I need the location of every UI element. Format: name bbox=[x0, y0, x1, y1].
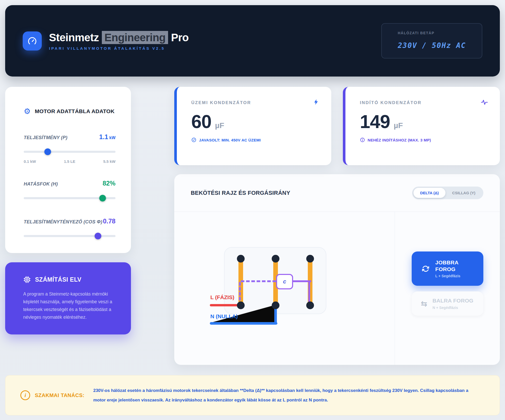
capacitor-symbol: c bbox=[276, 274, 293, 289]
run-capacitor-value-row: 60 µF bbox=[191, 111, 319, 132]
efficiency-slider-thumb[interactable] bbox=[99, 195, 106, 201]
capacitor-cards: ÜZEMI KONDENZÁTOR 60 µF bbox=[174, 87, 500, 165]
mains-supply-value: 230V / 50Hz AC bbox=[398, 41, 466, 50]
toggle-star[interactable]: CSILLAG (Y) bbox=[445, 188, 482, 198]
power-slider-group: TELJESÍTMÉNY (P) 1.1 kW 0.1 kW 1.5 LE 5.… bbox=[24, 133, 115, 164]
header: Steinmetz Engineering Pro IPARI VILLANYM… bbox=[5, 5, 500, 77]
rotate-left-title: BALRA FOROG bbox=[433, 297, 474, 304]
terminal-top-3 bbox=[306, 255, 314, 263]
chip-icon bbox=[23, 276, 31, 283]
info-circle-icon-advice: i bbox=[20, 390, 30, 400]
run-capacitor-note: JAVASOLT: MIN. 450V AC ÜZEMI bbox=[191, 137, 319, 142]
check-circle-icon bbox=[191, 137, 196, 142]
gauge-icon bbox=[27, 36, 38, 46]
terminal-top-1 bbox=[237, 255, 245, 263]
rotate-left-text: BALRA FOROG N + Segédfázis bbox=[433, 297, 474, 309]
page-subtitle: IPARI VILLANYMOTOR ÁTALAKÍTÁS V2.5 bbox=[49, 46, 189, 51]
motor-panel-title: MOTOR ADATTÁBLA ADATOK bbox=[35, 108, 115, 114]
start-capacitor-unit: µF bbox=[394, 121, 403, 130]
rotate-right-button[interactable]: JOBBRA FOROG L + Segédfázis bbox=[412, 251, 483, 286]
phase-wire-label: L (FÁZIS) bbox=[210, 294, 234, 300]
title-part1: Steinmetz bbox=[49, 31, 102, 44]
start-capacitor-value-row: 149 µF bbox=[360, 111, 487, 132]
start-capacitor-note: NEHÉZ INDÍTÁSHOZ (MAX. 3 MP) bbox=[360, 137, 487, 142]
start-capacitor-value: 149 bbox=[360, 111, 390, 132]
rotate-left-button[interactable]: ⇆ BALRA FOROG N + Segédfázis bbox=[412, 291, 483, 316]
pulse-wave-icon bbox=[481, 99, 488, 106]
efficiency-slider[interactable] bbox=[24, 195, 115, 201]
power-slider[interactable] bbox=[24, 148, 115, 155]
powerfactor-slider-group: TELJESÍTMÉNYTÉNYEZŐ (COS Φ) 0.78 bbox=[24, 217, 115, 239]
principle-body: A program a Steinmetz-kapcsolás mérnöki … bbox=[23, 290, 117, 321]
rotate-cw-icon bbox=[421, 264, 430, 273]
run-capacitor-value: 60 bbox=[191, 111, 211, 132]
power-slider-thumb[interactable] bbox=[44, 148, 51, 155]
rotate-right-title: JOBBRA FOROG bbox=[435, 259, 469, 273]
title-block: Steinmetz Engineering Pro IPARI VILLANYM… bbox=[49, 31, 189, 51]
neutral-wire-label: N (NULLA) bbox=[210, 313, 238, 320]
terminal-bottom-3 bbox=[306, 301, 314, 309]
wiring-schematic: c L (FÁZIS) N (NULLA) bbox=[174, 212, 395, 365]
run-capacitor-card: ÜZEMI KONDENZÁTOR 60 µF bbox=[174, 87, 331, 165]
run-capacitor-note-text: JAVASOLT: MIN. 450V AC ÜZEMI bbox=[199, 138, 261, 142]
powerfactor-slider-thumb[interactable] bbox=[95, 233, 101, 239]
efficiency-value: 82% bbox=[103, 180, 115, 187]
power-value: 1.1 kW bbox=[99, 133, 115, 141]
mains-supply-label: HÁLÓZATI BETÁP bbox=[398, 31, 466, 35]
aux-wire-dashed-h bbox=[241, 280, 276, 282]
toggle-delta[interactable]: DELTA (Δ) bbox=[413, 188, 445, 198]
diagram-title: BEKÖTÉSI RAJZ ÉS FORGÁSIRÁNY bbox=[191, 190, 290, 196]
rotate-right-subtitle: L + Segédfázis bbox=[435, 274, 469, 278]
motor-panel-header: ⚙ MOTOR ADATTÁBLA ADATOK bbox=[24, 107, 115, 115]
title-part2: Pro bbox=[168, 31, 189, 44]
powerfactor-slider[interactable] bbox=[24, 233, 115, 239]
scale-min: 0.1 kW bbox=[24, 159, 36, 164]
left-column: ⚙ MOTOR ADATTÁBLA ADATOK TELJESÍTMÉNY (P… bbox=[5, 87, 131, 365]
efficiency-label: HATÁSFOK (H) bbox=[24, 181, 58, 187]
aux-wire-solid-h bbox=[293, 280, 311, 282]
power-scale: 0.1 kW 1.5 LE 5.5 kW bbox=[24, 159, 115, 164]
efficiency-slider-group: HATÁSFOK (H) 82% bbox=[24, 180, 115, 201]
terminal-bottom-2 bbox=[272, 301, 279, 309]
run-capacitor-unit: µF bbox=[215, 121, 224, 130]
mains-supply-box: HÁLÓZATI BETÁP 230V / 50Hz AC bbox=[381, 23, 482, 58]
advice-label: SZAKMAI TANÁCS: bbox=[35, 392, 85, 398]
main-content: ⚙ MOTOR ADATTÁBLA ADATOK TELJESÍTMÉNY (P… bbox=[5, 87, 500, 365]
terminal-bottom-1 bbox=[237, 301, 245, 309]
advice-body: 230V-os hálózat esetén a háromfázisú mot… bbox=[93, 386, 475, 405]
neutral-wire bbox=[210, 322, 277, 325]
diagram-header: BEKÖTÉSI RAJZ ÉS FORGÁSIRÁNY DELTA (Δ) C… bbox=[174, 174, 500, 212]
rotate-right-text: JOBBRA FOROG L + Segédfázis bbox=[435, 259, 469, 278]
wiring-diagram-card: BEKÖTÉSI RAJZ ÉS FORGÁSIRÁNY DELTA (Δ) C… bbox=[174, 174, 500, 365]
app-root: Steinmetz Engineering Pro IPARI VILLANYM… bbox=[0, 0, 505, 420]
winding-mode-toggle: DELTA (Δ) CSILLAG (Y) bbox=[412, 187, 483, 199]
title-highlight: Engineering bbox=[102, 31, 168, 44]
power-label: TELJESÍTMÉNY (P) bbox=[24, 135, 68, 140]
start-capacitor-label: INDÍTÓ KONDENZÁTOR bbox=[360, 100, 487, 105]
info-circle-icon bbox=[360, 137, 365, 142]
motor-data-panel: ⚙ MOTOR ADATTÁBLA ADATOK TELJESÍTMÉNY (P… bbox=[5, 87, 131, 253]
page-title: Steinmetz Engineering Pro bbox=[49, 31, 189, 44]
app-logo bbox=[23, 31, 42, 51]
lightning-bolt-icon bbox=[313, 99, 319, 105]
principle-title: SZÁMÍTÁSI ELV bbox=[35, 276, 81, 283]
powerfactor-slider-track[interactable] bbox=[24, 235, 115, 237]
run-capacitor-label: ÜZEMI KONDENZÁTOR bbox=[191, 100, 319, 105]
terminal-top-2 bbox=[272, 255, 279, 263]
start-capacitor-card: INDÍTÓ KONDENZÁTOR 149 µF bbox=[343, 87, 500, 165]
scale-mid: 1.5 LE bbox=[64, 159, 75, 164]
brand: Steinmetz Engineering Pro IPARI VILLANYM… bbox=[23, 31, 189, 51]
scale-max: 5.5 kW bbox=[103, 159, 115, 164]
gear-icon: ⚙ bbox=[24, 107, 31, 115]
right-column: ÜZEMI KONDENZÁTOR 60 µF bbox=[174, 87, 500, 365]
advice-banner: i SZAKMAI TANÁCS: 230V-os hálózat esetén… bbox=[5, 375, 500, 415]
rotation-panel: JOBBRA FOROG L + Segédfázis ⇆ BALRA FORO… bbox=[395, 212, 500, 365]
powerfactor-label: TELJESÍTMÉNYTÉNYEZŐ (COS Φ) bbox=[24, 219, 102, 225]
start-capacitor-note-text: NEHÉZ INDÍTÁSHOZ (MAX. 3 MP) bbox=[368, 138, 431, 142]
power-slider-track[interactable] bbox=[24, 151, 115, 153]
powerfactor-value: 0.78 bbox=[103, 217, 115, 225]
rotate-left-subtitle: N + Segédfázis bbox=[433, 306, 474, 310]
swap-arrows-icon: ⇆ bbox=[421, 299, 427, 308]
diagram-body: c L (FÁZIS) N (NULLA) bbox=[174, 212, 500, 365]
calculation-principle-card: SZÁMÍTÁSI ELV A program a Steinmetz-kapc… bbox=[5, 262, 131, 334]
